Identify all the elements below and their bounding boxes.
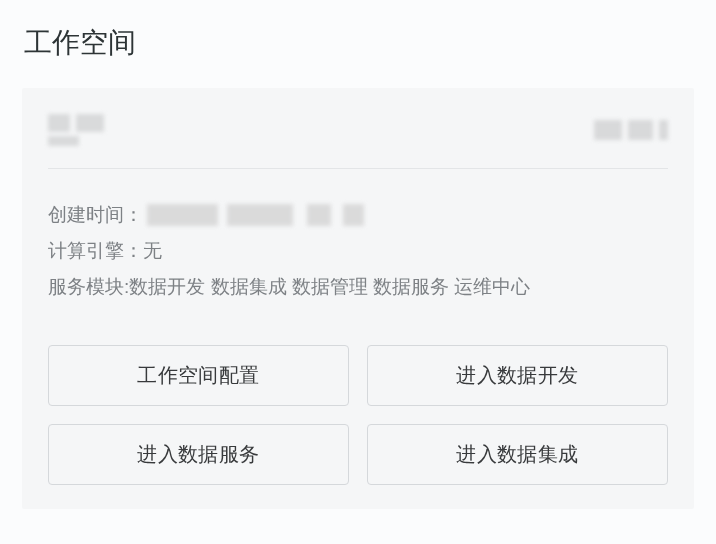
meta-label-modules: 服务模块: <box>48 269 129 305</box>
created-time-redacted <box>147 204 383 226</box>
enter-data-dev-button[interactable]: 进入数据开发 <box>367 345 668 406</box>
workspace-name-redacted <box>48 114 104 146</box>
action-button-grid: 工作空间配置 进入数据开发 进入数据服务 进入数据集成 <box>48 345 668 485</box>
card-header <box>48 114 668 169</box>
meta-list: 创建时间： 计算引擎： 无 服务模块: 数据开发 数据集成 数据管理 数据服务 … <box>48 197 668 305</box>
meta-value-engine: 无 <box>143 233 162 269</box>
meta-row-created: 创建时间： <box>48 197 668 233</box>
workspace-page: 工作空间 创建时间： 计算引擎： 无 服务模块: 数据开发 数据集成 数据管理 … <box>0 0 716 531</box>
workspace-card: 创建时间： 计算引擎： 无 服务模块: 数据开发 数据集成 数据管理 数据服务 … <box>22 88 694 509</box>
meta-row-engine: 计算引擎： 无 <box>48 233 668 269</box>
meta-row-modules: 服务模块: 数据开发 数据集成 数据管理 数据服务 运维中心 <box>48 269 668 305</box>
workspace-badge-redacted <box>594 120 668 140</box>
workspace-config-button[interactable]: 工作空间配置 <box>48 345 349 406</box>
enter-data-integration-button[interactable]: 进入数据集成 <box>367 424 668 485</box>
enter-data-service-button[interactable]: 进入数据服务 <box>48 424 349 485</box>
page-title: 工作空间 <box>24 24 694 62</box>
meta-label-created: 创建时间： <box>48 197 143 233</box>
meta-label-engine: 计算引擎： <box>48 233 143 269</box>
meta-value-modules: 数据开发 数据集成 数据管理 数据服务 运维中心 <box>129 269 530 305</box>
